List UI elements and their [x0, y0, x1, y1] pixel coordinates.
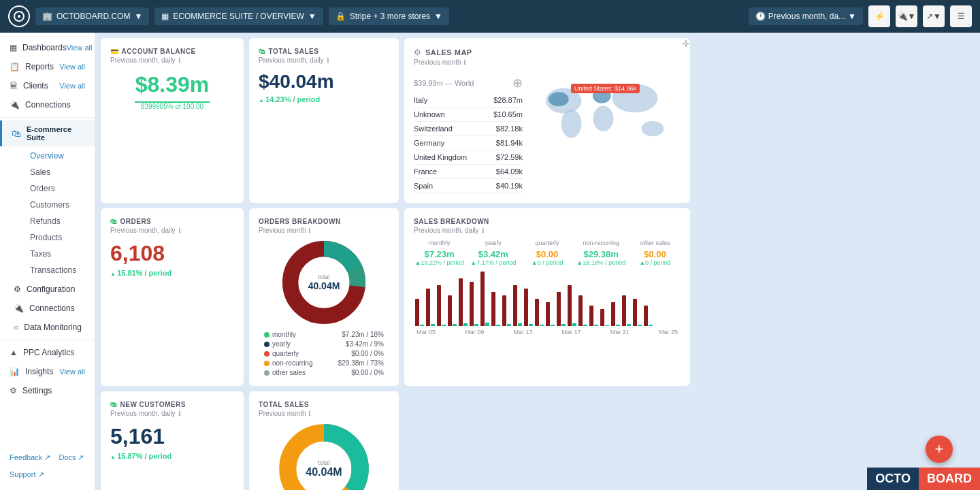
sidebar-sub-overview[interactable]: Overview [24, 148, 95, 164]
bar [600, 309, 604, 326]
orders-card: 🛍 ORDERS Previous month, daily ℹ 6,108 1… [101, 208, 244, 386]
info-icon2[interactable]: ℹ [327, 56, 329, 64]
bar [496, 325, 500, 326]
sidebar-item-reports[interactable]: 📋 Reports View all [0, 57, 95, 76]
fab-button[interactable]: + [926, 436, 953, 463]
sales-map-card: ⚙ SALES MAP ✛ Previous month ℹ $39.99m —… [404, 38, 690, 203]
store-dropdown[interactable]: 🔒 Stripe + 3 more stores ▼ [329, 7, 449, 25]
account-balance-subtitle: Previous month, daily ℹ [110, 56, 234, 64]
menu-button[interactable]: ☰ [950, 5, 972, 27]
support-link[interactable]: Support ↗ [10, 470, 44, 479]
bar [513, 285, 517, 326]
bar-group [524, 289, 533, 326]
bar-group [535, 299, 544, 326]
suite-dropdown[interactable]: ▦ ECOMMERCE SUITE / OVERVIEW ▼ [154, 7, 323, 25]
bar [507, 324, 511, 326]
bar [605, 325, 609, 326]
bar-group [546, 302, 555, 326]
row3-placeholder [404, 391, 690, 490]
board-label: BOARD [919, 468, 980, 490]
sidebar-sub-refunds[interactable]: Refunds [24, 213, 95, 229]
share-caret: ▼ [933, 12, 941, 21]
dashboards-label: Dashboards [22, 43, 67, 52]
sidebar-sub-sales[interactable]: Sales [24, 164, 95, 180]
sidebar-item-insights[interactable]: 📊 Insights View all [0, 362, 95, 381]
bar [583, 325, 587, 326]
sb-info-icon[interactable]: ℹ [482, 227, 485, 234]
gear-icon: ⚙ [414, 48, 421, 57]
ts-center-label: total [306, 459, 342, 466]
sidebar-sub-products[interactable]: Products [24, 229, 95, 246]
insights-label: Insights [25, 367, 53, 376]
octoboard-badge: OCTO BOARD [867, 468, 980, 490]
period-dropdown[interactable]: 🕐 Previous month, da... ▼ [749, 7, 863, 25]
docs-link[interactable]: Docs ↗ [59, 453, 84, 462]
connections-icon: 🔌 [10, 100, 20, 110]
ob-legend-item: monthly$7.23m / 18% [264, 331, 384, 338]
ts-info-icon[interactable]: ℹ [308, 410, 311, 417]
map-country-row: Germany$81.94k [414, 136, 523, 150]
map-country-row: Spain$40.19k [414, 179, 523, 193]
sidebar-item-ecommerce[interactable]: 🛍 E-commerce Suite [0, 120, 95, 146]
sidebar-item-connections2[interactable]: 🔌 Connections [0, 299, 95, 318]
bar [491, 292, 495, 326]
sb-breakdown-grid: monthly$7.23m▲19.22% / periodyearly$3.42… [414, 240, 681, 266]
sidebar-sub-transactions[interactable]: Transactions [24, 262, 95, 278]
insights-viewall[interactable]: View all [59, 368, 85, 376]
bar [442, 325, 446, 326]
store-caret: ▼ [434, 12, 442, 21]
orders-info-icon[interactable]: ℹ [178, 227, 181, 234]
nc-info-icon[interactable]: ℹ [178, 410, 181, 417]
sidebar-item-settings[interactable]: ⚙ Settings [0, 381, 95, 400]
sidebar-item-connections[interactable]: 🔌 Connections [0, 95, 95, 114]
settings-icon: ⚙ [10, 386, 17, 395]
sidebar-item-ppc[interactable]: ▲ PPC Analytics [0, 343, 95, 362]
reports-viewall[interactable]: View all [59, 63, 85, 71]
us-tooltip: United States: $14.96k [571, 84, 640, 93]
map-header: ⚙ SALES MAP ✛ [414, 48, 681, 57]
filter-button[interactable]: 🔌 ▼ [896, 5, 917, 27]
monitoring-icon: ○ [14, 323, 18, 332]
connections-label: Connections [25, 100, 71, 110]
ob-legend-dot [264, 361, 270, 366]
clients-viewall[interactable]: View all [59, 82, 85, 90]
feedback-link[interactable]: Feedback ↗ [10, 453, 50, 462]
share-button[interactable]: ↗ ▼ [923, 5, 945, 27]
bar [431, 324, 435, 326]
sidebar-item-dashboards[interactable]: ▦ Dashboards View all [0, 38, 95, 57]
map-info-icon[interactable]: ℹ [463, 59, 466, 66]
orders-icon: 🛍 [110, 218, 118, 225]
sidebar-sub-customers[interactable]: Customers [24, 197, 95, 213]
bar-label: Mar 21 [610, 329, 630, 336]
sidebar-sub-taxes[interactable]: Taxes [24, 246, 95, 262]
sidebar-sub-orders[interactable]: Orders [24, 180, 95, 197]
bar-group [426, 289, 435, 326]
map-plus-icon[interactable]: ⊕ [512, 76, 523, 91]
dashboards-viewall[interactable]: View all [67, 44, 93, 52]
workspace-caret: ▼ [134, 12, 142, 21]
row-2: 🛍 ORDERS Previous month, daily ℹ 6,108 1… [101, 208, 975, 386]
ppc-label: PPC Analytics [23, 348, 74, 357]
connections2-icon: 🔌 [14, 304, 24, 313]
sidebar-item-datamonitoring[interactable]: ○ Data Monitoring [0, 318, 95, 337]
sidebar-item-configuration[interactable]: ⚙ Configuration [0, 280, 95, 299]
ob-info-icon[interactable]: ℹ [308, 227, 311, 234]
bar-label: Mar 17 [562, 329, 581, 336]
ob-legend-dot [264, 351, 270, 357]
expand-icon[interactable]: ✛ [682, 38, 690, 49]
bar [474, 324, 478, 326]
ts-big-title: TOTAL SALES [259, 401, 389, 408]
map-country-row: United Kingdom$72.59k [414, 150, 523, 165]
sidebar-item-clients[interactable]: 🏛 Clients View all [0, 76, 95, 95]
bar [502, 295, 506, 326]
grid-icon: ▦ [161, 12, 169, 21]
bar [557, 292, 561, 326]
bar-group [611, 302, 620, 326]
info-icon[interactable]: ℹ [178, 56, 181, 64]
building-icon: 🏢 [42, 12, 52, 21]
workspace-dropdown[interactable]: 🏢 OCTOBOARD.COM ▼ [35, 7, 149, 25]
total-sales-donut-svg [276, 421, 372, 490]
bar-group [415, 299, 424, 326]
lightning-button[interactable]: ⚡ [868, 5, 890, 27]
logo-button[interactable] [8, 5, 30, 27]
